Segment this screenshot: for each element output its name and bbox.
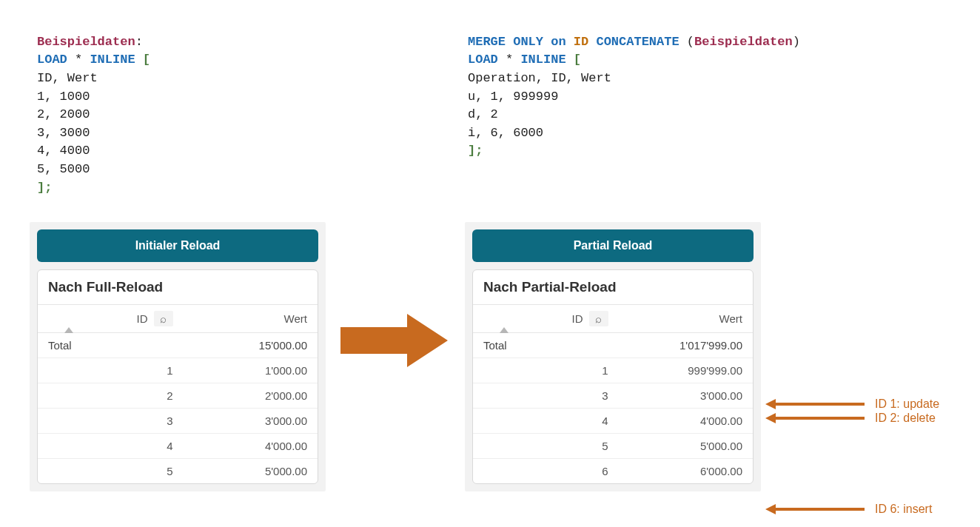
table-partial: ID⌕ Wert Total1'017'999.00 1999'999.00 3… bbox=[473, 305, 753, 483]
annotation-label: ID 6: insert bbox=[875, 503, 932, 516]
svg-marker-0 bbox=[340, 314, 448, 367]
annotation-insert: ID 6: insert bbox=[765, 503, 932, 516]
partial-reload-button[interactable]: Partial Reload bbox=[472, 229, 754, 262]
card-full-reload: Initialer Reload Nach Full-Reload ID⌕ We… bbox=[30, 222, 326, 491]
table-row: 33'000.00 bbox=[38, 409, 318, 434]
table-row: 1999'999.00 bbox=[473, 358, 753, 383]
col-header-id[interactable]: ID⌕ bbox=[38, 305, 184, 333]
table-row: 33'000.00 bbox=[473, 383, 753, 409]
annotation-label: ID 2: delete bbox=[875, 412, 936, 425]
table-row-total: Total15'000.00 bbox=[38, 333, 318, 358]
card-partial-reload: Partial Reload Nach Partial-Reload ID⌕ W… bbox=[465, 222, 761, 491]
table-row: 55'000.00 bbox=[38, 459, 318, 484]
code-table-name: Beispieldaten bbox=[37, 35, 135, 49]
col-header-wert[interactable]: Wert bbox=[619, 305, 753, 333]
col-header-id[interactable]: ID⌕ bbox=[473, 305, 619, 333]
transition-arrow-icon bbox=[340, 311, 448, 370]
code-block-left: Beispieldaten: LOAD * INLINE [ ID, Wert … bbox=[37, 15, 150, 197]
table-row: 55'000.00 bbox=[473, 434, 753, 459]
table-row: 22'000.00 bbox=[38, 383, 318, 409]
annotation-delete: ID 2: delete bbox=[765, 412, 936, 425]
annotation-update: ID 1: update bbox=[765, 397, 939, 411]
initial-reload-button[interactable]: Initialer Reload bbox=[37, 229, 318, 262]
annotation-label: ID 1: update bbox=[875, 397, 939, 411]
table-title-partial: Nach Partial-Reload bbox=[473, 270, 753, 305]
search-icon[interactable]: ⌕ bbox=[154, 311, 173, 326]
col-header-wert[interactable]: Wert bbox=[184, 305, 318, 333]
table-row: 11'000.00 bbox=[38, 358, 318, 383]
code-block-right: MERGE ONLY on ID CONCATENATE (Beispielda… bbox=[468, 15, 800, 161]
table-title-full: Nach Full-Reload bbox=[38, 270, 318, 305]
table-full: ID⌕ Wert Total15'000.00 11'000.00 22'000… bbox=[38, 305, 318, 483]
table-row-total: Total1'017'999.00 bbox=[473, 333, 753, 358]
table-row: 44'000.00 bbox=[38, 434, 318, 459]
table-row: 66'000.00 bbox=[473, 459, 753, 484]
table-row: 44'000.00 bbox=[473, 409, 753, 434]
search-icon[interactable]: ⌕ bbox=[589, 311, 608, 326]
